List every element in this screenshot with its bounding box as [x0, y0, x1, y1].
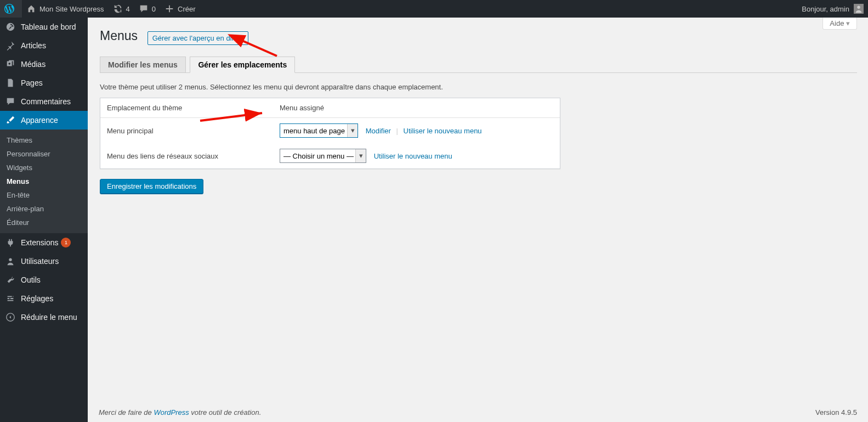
sidebar-item-plugins[interactable]: Extensions 1 — [0, 233, 88, 252]
menu-select-social[interactable]: — Choisir un menu — — [280, 149, 366, 162]
plus-icon — [164, 4, 174, 14]
submenu-background[interactable]: Arrière-plan — [0, 202, 88, 216]
page-title: Menus — [100, 29, 138, 43]
sidebar-item-settings[interactable]: Réglages — [0, 289, 88, 308]
appearance-submenu: Thèmes Personnaliser Widgets Menus En-tê… — [0, 130, 88, 233]
location-name: Menu des liens de réseaux sociaux — [100, 143, 273, 168]
svg-point-1 — [857, 6, 860, 9]
nav-tabs: Modifier les menus Gérer les emplacement… — [100, 52, 857, 73]
sidebar-item-comments[interactable]: Commentaires — [0, 92, 88, 111]
sidebar-item-appearance[interactable]: Apparence — [0, 111, 88, 130]
content-area: Aide Menus Gérer avec l'aperçu en direct… — [88, 18, 868, 422]
edit-menu-link[interactable]: Modifier — [366, 127, 391, 135]
comment-icon — [139, 4, 149, 14]
locations-table: Emplacement du thème Menu assigné Menu p… — [100, 98, 560, 169]
sidebar-item-dashboard[interactable]: Tableau de bord — [0, 18, 88, 36]
site-name-menu[interactable]: Mon Site Wordpress — [22, 0, 109, 18]
svg-point-3 — [9, 258, 12, 261]
refresh-icon — [113, 4, 123, 14]
comment-icon — [5, 97, 16, 106]
th-location: Emplacement du thème — [100, 98, 273, 118]
admin-sidebar: Tableau de bord Articles Médias Pages Co… — [0, 18, 88, 422]
table-row: Menu principal menu haut de page Modifie… — [100, 118, 560, 143]
wordpress-link[interactable]: WordPress — [154, 408, 189, 417]
footer-thanks: Merci de faire de WordPress votre outil … — [99, 408, 261, 417]
media-icon — [5, 59, 16, 69]
settings-icon — [5, 294, 16, 303]
location-name: Menu principal — [100, 118, 273, 143]
sidebar-label: Pages — [21, 78, 43, 87]
sidebar-item-posts[interactable]: Articles — [0, 36, 88, 55]
submenu-menus[interactable]: Menus — [0, 175, 88, 188]
sidebar-label: Articles — [21, 41, 46, 50]
sidebar-item-users[interactable]: Utilisateurs — [0, 252, 88, 271]
home-icon — [26, 4, 36, 14]
sidebar-label: Commentaires — [21, 97, 71, 106]
pin-icon — [5, 41, 16, 50]
sidebar-label: Apparence — [21, 116, 58, 125]
use-new-menu-link[interactable]: Utiliser le nouveau menu — [404, 127, 482, 135]
intro-text: Votre thème peut utiliser 2 menus. Sélec… — [100, 83, 857, 91]
tools-icon — [5, 275, 16, 285]
use-new-menu-link[interactable]: Utiliser le nouveau menu — [374, 152, 452, 160]
brush-icon — [5, 115, 16, 125]
my-account-menu[interactable]: Bonjour, admin — [797, 0, 868, 18]
plugins-badge: 1 — [61, 238, 71, 247]
submenu-editor[interactable]: Éditeur — [0, 216, 88, 229]
admin-toolbar: Mon Site Wordpress 4 0 Créer Bonjour, ad… — [0, 0, 868, 18]
separator: | — [396, 127, 398, 135]
submenu-customize[interactable]: Personnaliser — [0, 147, 88, 161]
greeting-text: Bonjour, admin — [802, 5, 849, 13]
save-button[interactable]: Enregistrer les modifications — [100, 179, 203, 194]
help-tab[interactable]: Aide — [822, 18, 857, 30]
comments-count: 0 — [152, 5, 156, 13]
sidebar-label: Tableau de bord — [21, 22, 76, 31]
sidebar-item-tools[interactable]: Outils — [0, 271, 88, 289]
submenu-header[interactable]: En-tête — [0, 188, 88, 202]
sidebar-label: Utilisateurs — [21, 257, 59, 266]
sidebar-item-pages[interactable]: Pages — [0, 74, 88, 92]
footer-version: Version 4.9.5 — [815, 408, 857, 417]
sidebar-label: Médias — [21, 60, 46, 69]
submenu-themes[interactable]: Thèmes — [0, 133, 88, 147]
updates-count: 4 — [126, 5, 130, 13]
wordpress-icon — [4, 4, 14, 14]
collapse-icon — [5, 312, 16, 322]
admin-footer: Merci de faire de WordPress votre outil … — [99, 403, 857, 422]
menu-select-main[interactable]: menu haut de page — [280, 124, 358, 137]
updates-menu[interactable]: 4 — [109, 0, 134, 18]
th-assigned: Menu assigné — [273, 98, 560, 118]
wp-logo-menu[interactable] — [0, 0, 22, 18]
new-content-menu[interactable]: Créer — [160, 0, 200, 18]
plugins-icon — [5, 238, 16, 247]
submenu-widgets[interactable]: Widgets — [0, 161, 88, 175]
sidebar-label: Réglages — [21, 294, 53, 303]
tab-manage-locations[interactable]: Gérer les emplacements — [190, 57, 295, 73]
users-icon — [5, 256, 16, 266]
new-content-label: Créer — [178, 5, 196, 13]
sidebar-item-media[interactable]: Médias — [0, 55, 88, 74]
tab-edit-menus[interactable]: Modifier les menus — [100, 57, 186, 72]
menu-select-social-wrap: — Choisir un menu — — [280, 149, 366, 163]
menu-select-main-wrap: menu haut de page — [280, 123, 358, 138]
avatar-icon — [854, 4, 864, 14]
comments-menu[interactable]: 0 — [134, 0, 160, 18]
sidebar-collapse[interactable]: Réduire le menu — [0, 308, 88, 327]
sidebar-label: Réduire le menu — [21, 313, 77, 322]
site-name-label: Mon Site Wordpress — [39, 5, 104, 13]
sidebar-label: Extensions — [21, 238, 58, 247]
pages-icon — [5, 78, 16, 88]
help-label: Aide — [830, 19, 844, 27]
manage-live-preview-button[interactable]: Gérer avec l'aperçu en direct — [147, 31, 249, 45]
svg-point-2 — [8, 63, 10, 65]
table-row: Menu des liens de réseaux sociaux — Choi… — [100, 143, 560, 168]
sidebar-label: Outils — [21, 275, 41, 284]
dashboard-icon — [5, 22, 16, 32]
